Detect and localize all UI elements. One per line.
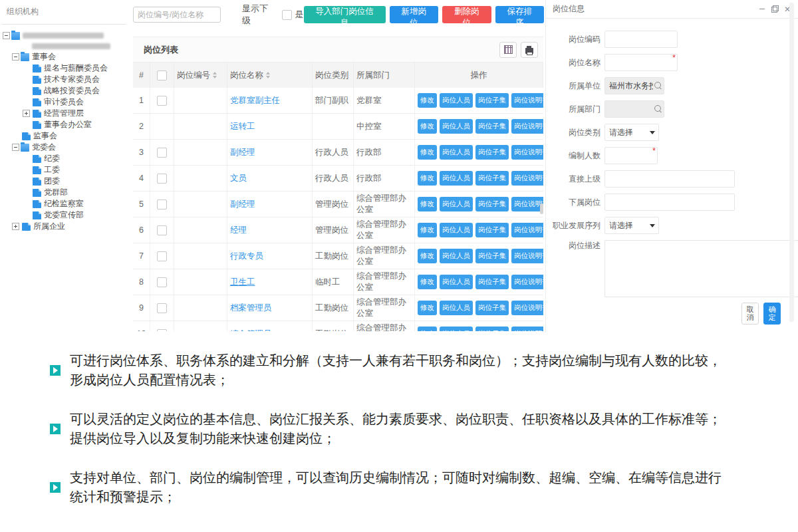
position-staff-button[interactable]: 岗位人员 [440, 249, 473, 263]
position-description-button[interactable]: 岗位说明书 [511, 93, 543, 108]
row-checkbox[interactable] [157, 200, 167, 209]
collapse-icon[interactable] [3, 32, 10, 39]
position-name-link[interactable]: 副经理 [230, 147, 255, 158]
position-subset-button[interactable]: 岗位子集 [475, 223, 509, 237]
minimize-icon[interactable] [758, 5, 766, 13]
position-subset-button[interactable]: 岗位子集 [475, 275, 509, 289]
row-checkbox[interactable] [157, 329, 167, 332]
position-name-link[interactable]: 党群室副主任 [230, 95, 280, 106]
edit-button[interactable]: 修改 [418, 93, 437, 108]
position-name-link[interactable]: 副经理 [230, 199, 255, 210]
text-field[interactable] [604, 54, 678, 71]
tree-item[interactable]: 技术专家委员会 [0, 74, 128, 85]
position-name-link[interactable]: 卫生工 [230, 277, 255, 288]
row-checkbox[interactable] [157, 148, 167, 158]
position-description-button[interactable]: 岗位说明书 [511, 327, 543, 331]
table-scrollbar-thumb[interactable] [540, 203, 543, 214]
position-staff-button[interactable]: 岗位人员 [440, 301, 473, 315]
row-checkbox[interactable] [157, 277, 167, 287]
print-icon[interactable] [521, 42, 538, 58]
tree-item[interactable] [0, 30, 128, 41]
description-textarea[interactable] [604, 240, 798, 297]
expand-icon[interactable] [12, 223, 19, 230]
edit-button[interactable]: 修改 [418, 301, 437, 315]
tree-item[interactable]: 纪委 [0, 153, 128, 164]
row-checkbox[interactable] [157, 96, 167, 106]
confirm-button[interactable]: 确定 [763, 303, 781, 325]
position-subset-button[interactable]: 岗位子集 [475, 119, 509, 134]
import-dept-positions-button[interactable]: 导入部门岗位信息 [304, 6, 386, 23]
cancel-button[interactable]: 取消 [741, 303, 759, 325]
tree-item[interactable]: 工委 [0, 164, 128, 176]
position-subset-button[interactable]: 岗位子集 [475, 171, 509, 186]
tree-item[interactable]: 纪检监察室 [0, 198, 128, 209]
position-staff-button[interactable]: 岗位人员 [440, 327, 473, 331]
restore-icon[interactable] [771, 5, 779, 13]
save-order-button[interactable]: 保存排序 [495, 6, 544, 23]
position-staff-button[interactable]: 岗位人员 [440, 223, 473, 237]
edit-button[interactable]: 修改 [418, 197, 437, 211]
edit-button[interactable]: 修改 [418, 171, 437, 186]
tree-item[interactable]: 董事会 [0, 51, 128, 63]
position-description-button[interactable]: 岗位说明书 [511, 249, 543, 263]
edit-button[interactable]: 修改 [418, 275, 437, 289]
tree-item[interactable]: 团委 [0, 176, 128, 187]
search-icon[interactable] [654, 105, 661, 112]
position-subset-button[interactable]: 岗位子集 [475, 145, 509, 160]
position-description-button[interactable]: 岗位说明书 [511, 171, 543, 186]
position-subset-button[interactable]: 岗位子集 [475, 93, 509, 108]
tree-item[interactable]: 党委会 [0, 142, 128, 153]
columns-icon[interactable] [499, 42, 517, 58]
tree-item[interactable]: 董事会办公室 [0, 119, 128, 130]
position-description-button[interactable]: 岗位说明书 [511, 145, 543, 160]
text-field[interactable] [604, 147, 658, 164]
position-name-link[interactable]: 档案管理员 [230, 303, 272, 314]
edit-button[interactable]: 修改 [418, 249, 437, 263]
position-description-button[interactable]: 岗位说明书 [511, 301, 543, 315]
edit-button[interactable]: 修改 [418, 145, 437, 160]
edit-button[interactable]: 修改 [418, 223, 437, 237]
text-field[interactable] [604, 194, 735, 211]
position-name-link[interactable]: 综合管理员 [230, 329, 272, 332]
panel-scrollbar[interactable] [789, 3, 794, 322]
position-name-link[interactable]: 运转工 [230, 121, 255, 132]
position-subset-button[interactable]: 岗位子集 [475, 327, 509, 331]
position-subset-button[interactable]: 岗位子集 [475, 249, 509, 263]
position-name-link[interactable]: 文员 [230, 173, 247, 184]
add-position-button[interactable]: 新增岗位 [390, 6, 438, 23]
col-position-name[interactable]: 岗位名称 [227, 63, 313, 88]
delete-position-button[interactable]: 删除岗位 [442, 6, 491, 23]
collapse-icon[interactable] [12, 53, 19, 61]
edit-button[interactable]: 修改 [418, 327, 437, 331]
show-sub-checkbox[interactable] [282, 10, 292, 20]
select-field[interactable]: 请选择 [604, 217, 659, 234]
search-icon[interactable] [654, 82, 661, 88]
position-staff-button[interactable]: 岗位人员 [440, 171, 473, 186]
text-field[interactable] [604, 31, 678, 48]
position-description-button[interactable]: 岗位说明书 [511, 275, 543, 289]
collapse-icon[interactable] [12, 144, 19, 151]
tree-item[interactable]: 审计委员会 [0, 96, 128, 108]
tree-item[interactable]: 监事会 [0, 130, 128, 142]
select-all-checkbox[interactable] [157, 70, 167, 80]
position-subset-button[interactable]: 岗位子集 [475, 301, 509, 315]
position-staff-button[interactable]: 岗位人员 [440, 197, 473, 211]
row-checkbox[interactable] [157, 225, 167, 235]
position-staff-button[interactable]: 岗位人员 [440, 145, 473, 160]
position-description-button[interactable]: 岗位说明书 [511, 223, 543, 237]
row-checkbox[interactable] [157, 251, 167, 261]
position-name-link[interactable]: 经理 [230, 225, 247, 236]
text-field[interactable] [604, 170, 735, 188]
search-input[interactable] [133, 7, 221, 23]
expand-icon[interactable] [23, 110, 30, 117]
tree-item[interactable]: 提名与薪酬委员会 [0, 63, 128, 74]
position-name-link[interactable]: 行政专员 [230, 251, 263, 262]
tree-item[interactable]: 经营管理层 [0, 108, 128, 119]
tree-item[interactable]: 所属企业 [0, 221, 128, 232]
position-description-button[interactable]: 岗位说明书 [511, 197, 543, 211]
select-field[interactable]: 请选择 [604, 124, 659, 141]
edit-button[interactable]: 修改 [418, 119, 437, 134]
position-staff-button[interactable]: 岗位人员 [440, 93, 473, 108]
tree-item[interactable]: 战略投资委员会 [0, 85, 128, 96]
col-position-code[interactable]: 岗位编号 [174, 63, 227, 88]
